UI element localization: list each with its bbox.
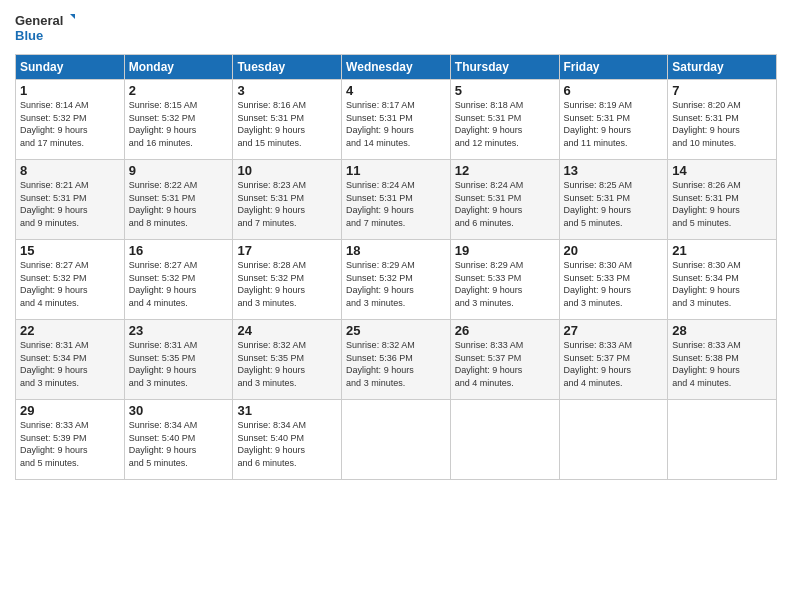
day-info: Sunrise: 8:21 AM Sunset: 5:31 PM Dayligh…: [20, 179, 120, 229]
day-number: 12: [455, 163, 555, 178]
day-number: 2: [129, 83, 229, 98]
calendar-cell: 9Sunrise: 8:22 AM Sunset: 5:31 PM Daylig…: [124, 160, 233, 240]
day-number: 24: [237, 323, 337, 338]
weekday-sunday: Sunday: [16, 55, 125, 80]
day-number: 31: [237, 403, 337, 418]
day-number: 8: [20, 163, 120, 178]
calendar-cell: 25Sunrise: 8:32 AM Sunset: 5:36 PM Dayli…: [342, 320, 451, 400]
day-info: Sunrise: 8:32 AM Sunset: 5:36 PM Dayligh…: [346, 339, 446, 389]
day-number: 13: [564, 163, 664, 178]
week-row-5: 29Sunrise: 8:33 AM Sunset: 5:39 PM Dayli…: [16, 400, 777, 480]
day-info: Sunrise: 8:31 AM Sunset: 5:35 PM Dayligh…: [129, 339, 229, 389]
week-row-4: 22Sunrise: 8:31 AM Sunset: 5:34 PM Dayli…: [16, 320, 777, 400]
svg-marker-2: [70, 14, 75, 19]
day-number: 29: [20, 403, 120, 418]
calendar-cell: [450, 400, 559, 480]
calendar-cell: [342, 400, 451, 480]
day-number: 27: [564, 323, 664, 338]
day-info: Sunrise: 8:29 AM Sunset: 5:32 PM Dayligh…: [346, 259, 446, 309]
day-number: 9: [129, 163, 229, 178]
svg-text:Blue: Blue: [15, 28, 43, 43]
calendar-cell: 20Sunrise: 8:30 AM Sunset: 5:33 PM Dayli…: [559, 240, 668, 320]
day-info: Sunrise: 8:20 AM Sunset: 5:31 PM Dayligh…: [672, 99, 772, 149]
day-number: 16: [129, 243, 229, 258]
day-number: 10: [237, 163, 337, 178]
day-info: Sunrise: 8:22 AM Sunset: 5:31 PM Dayligh…: [129, 179, 229, 229]
day-info: Sunrise: 8:24 AM Sunset: 5:31 PM Dayligh…: [346, 179, 446, 229]
day-number: 23: [129, 323, 229, 338]
day-number: 30: [129, 403, 229, 418]
logo-svg: General Blue: [15, 10, 75, 46]
day-number: 6: [564, 83, 664, 98]
day-info: Sunrise: 8:17 AM Sunset: 5:31 PM Dayligh…: [346, 99, 446, 149]
day-number: 28: [672, 323, 772, 338]
header: General Blue: [15, 10, 777, 46]
day-info: Sunrise: 8:33 AM Sunset: 5:38 PM Dayligh…: [672, 339, 772, 389]
day-info: Sunrise: 8:33 AM Sunset: 5:37 PM Dayligh…: [455, 339, 555, 389]
day-info: Sunrise: 8:27 AM Sunset: 5:32 PM Dayligh…: [129, 259, 229, 309]
calendar-cell: 21Sunrise: 8:30 AM Sunset: 5:34 PM Dayli…: [668, 240, 777, 320]
calendar-cell: 2Sunrise: 8:15 AM Sunset: 5:32 PM Daylig…: [124, 80, 233, 160]
day-info: Sunrise: 8:33 AM Sunset: 5:39 PM Dayligh…: [20, 419, 120, 469]
day-number: 4: [346, 83, 446, 98]
calendar-cell: 17Sunrise: 8:28 AM Sunset: 5:32 PM Dayli…: [233, 240, 342, 320]
day-number: 17: [237, 243, 337, 258]
day-info: Sunrise: 8:15 AM Sunset: 5:32 PM Dayligh…: [129, 99, 229, 149]
day-info: Sunrise: 8:27 AM Sunset: 5:32 PM Dayligh…: [20, 259, 120, 309]
day-info: Sunrise: 8:26 AM Sunset: 5:31 PM Dayligh…: [672, 179, 772, 229]
day-number: 21: [672, 243, 772, 258]
day-number: 20: [564, 243, 664, 258]
day-info: Sunrise: 8:23 AM Sunset: 5:31 PM Dayligh…: [237, 179, 337, 229]
day-number: 26: [455, 323, 555, 338]
calendar-cell: 18Sunrise: 8:29 AM Sunset: 5:32 PM Dayli…: [342, 240, 451, 320]
day-info: Sunrise: 8:33 AM Sunset: 5:37 PM Dayligh…: [564, 339, 664, 389]
calendar-cell: 11Sunrise: 8:24 AM Sunset: 5:31 PM Dayli…: [342, 160, 451, 240]
page: General Blue SundayMondayTuesdayWednesda…: [0, 0, 792, 612]
day-info: Sunrise: 8:29 AM Sunset: 5:33 PM Dayligh…: [455, 259, 555, 309]
calendar-cell: 29Sunrise: 8:33 AM Sunset: 5:39 PM Dayli…: [16, 400, 125, 480]
calendar-cell: 1Sunrise: 8:14 AM Sunset: 5:32 PM Daylig…: [16, 80, 125, 160]
week-row-1: 1Sunrise: 8:14 AM Sunset: 5:32 PM Daylig…: [16, 80, 777, 160]
weekday-saturday: Saturday: [668, 55, 777, 80]
logo: General Blue: [15, 10, 75, 46]
weekday-tuesday: Tuesday: [233, 55, 342, 80]
calendar-cell: 24Sunrise: 8:32 AM Sunset: 5:35 PM Dayli…: [233, 320, 342, 400]
calendar-cell: 13Sunrise: 8:25 AM Sunset: 5:31 PM Dayli…: [559, 160, 668, 240]
day-number: 11: [346, 163, 446, 178]
calendar-cell: 30Sunrise: 8:34 AM Sunset: 5:40 PM Dayli…: [124, 400, 233, 480]
weekday-header-row: SundayMondayTuesdayWednesdayThursdayFrid…: [16, 55, 777, 80]
calendar-cell: [559, 400, 668, 480]
calendar-table: SundayMondayTuesdayWednesdayThursdayFrid…: [15, 54, 777, 480]
calendar-cell: 3Sunrise: 8:16 AM Sunset: 5:31 PM Daylig…: [233, 80, 342, 160]
calendar-cell: 12Sunrise: 8:24 AM Sunset: 5:31 PM Dayli…: [450, 160, 559, 240]
day-info: Sunrise: 8:16 AM Sunset: 5:31 PM Dayligh…: [237, 99, 337, 149]
day-number: 3: [237, 83, 337, 98]
day-info: Sunrise: 8:31 AM Sunset: 5:34 PM Dayligh…: [20, 339, 120, 389]
day-number: 15: [20, 243, 120, 258]
day-number: 19: [455, 243, 555, 258]
calendar-cell: 28Sunrise: 8:33 AM Sunset: 5:38 PM Dayli…: [668, 320, 777, 400]
day-number: 7: [672, 83, 772, 98]
day-number: 25: [346, 323, 446, 338]
calendar-cell: 22Sunrise: 8:31 AM Sunset: 5:34 PM Dayli…: [16, 320, 125, 400]
calendar-cell: 19Sunrise: 8:29 AM Sunset: 5:33 PM Dayli…: [450, 240, 559, 320]
calendar-cell: 26Sunrise: 8:33 AM Sunset: 5:37 PM Dayli…: [450, 320, 559, 400]
day-number: 5: [455, 83, 555, 98]
calendar-cell: 31Sunrise: 8:34 AM Sunset: 5:40 PM Dayli…: [233, 400, 342, 480]
calendar-cell: 6Sunrise: 8:19 AM Sunset: 5:31 PM Daylig…: [559, 80, 668, 160]
day-info: Sunrise: 8:18 AM Sunset: 5:31 PM Dayligh…: [455, 99, 555, 149]
calendar-cell: 10Sunrise: 8:23 AM Sunset: 5:31 PM Dayli…: [233, 160, 342, 240]
calendar-cell: [668, 400, 777, 480]
calendar-cell: 16Sunrise: 8:27 AM Sunset: 5:32 PM Dayli…: [124, 240, 233, 320]
day-number: 18: [346, 243, 446, 258]
weekday-monday: Monday: [124, 55, 233, 80]
day-info: Sunrise: 8:25 AM Sunset: 5:31 PM Dayligh…: [564, 179, 664, 229]
day-info: Sunrise: 8:30 AM Sunset: 5:34 PM Dayligh…: [672, 259, 772, 309]
day-info: Sunrise: 8:24 AM Sunset: 5:31 PM Dayligh…: [455, 179, 555, 229]
weekday-thursday: Thursday: [450, 55, 559, 80]
calendar-cell: 14Sunrise: 8:26 AM Sunset: 5:31 PM Dayli…: [668, 160, 777, 240]
calendar-cell: 23Sunrise: 8:31 AM Sunset: 5:35 PM Dayli…: [124, 320, 233, 400]
calendar-cell: 5Sunrise: 8:18 AM Sunset: 5:31 PM Daylig…: [450, 80, 559, 160]
day-info: Sunrise: 8:19 AM Sunset: 5:31 PM Dayligh…: [564, 99, 664, 149]
week-row-3: 15Sunrise: 8:27 AM Sunset: 5:32 PM Dayli…: [16, 240, 777, 320]
